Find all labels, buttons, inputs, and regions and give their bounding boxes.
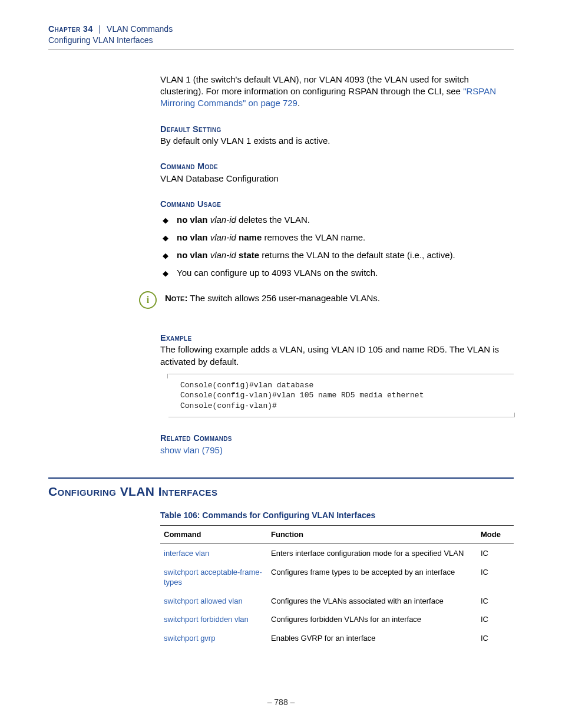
- cmd-func: Configures forbidden VLANs for an interf…: [267, 610, 477, 629]
- usage-bold: no vlan: [177, 250, 208, 260]
- cmd-link[interactable]: switchport acceptable-frame-types: [160, 563, 267, 592]
- chapter-label: Chapter 34: [48, 24, 93, 34]
- usage-plain: You can configure up to 4093 VLANs on th…: [177, 268, 378, 278]
- table-row: switchport allowed vlan Configures the V…: [160, 592, 514, 611]
- intro-text-after: .: [297, 98, 300, 108]
- related-heading: Related Commands: [160, 433, 514, 444]
- usage-rest: deletes the VLAN.: [236, 215, 310, 225]
- cmd-func: Configures frame types to be accepted by…: [267, 563, 477, 592]
- cmd-func: Configures the VLANs associated with an …: [267, 592, 477, 611]
- chapter-title: VLAN Commands: [107, 24, 173, 34]
- usage-rest: removes the VLAN name.: [262, 232, 365, 242]
- note-text: Note: The switch allows 256 user-managea…: [165, 292, 380, 304]
- intro-text-before: VLAN 1 (the switch's default VLAN), nor …: [160, 74, 469, 96]
- cmd-mode: IC: [477, 563, 514, 592]
- note-label: Note:: [165, 293, 187, 303]
- page-footer: – 788 –: [0, 697, 562, 708]
- example-block: Example The following example adds a VLA…: [160, 332, 514, 418]
- cmd-link[interactable]: switchport gvrp: [160, 629, 267, 648]
- command-usage-heading: Command Usage: [160, 199, 514, 210]
- cmd-func: Enables GVRP for an interface: [267, 629, 477, 648]
- cmd-func: Enters interface configuration mode for …: [267, 544, 477, 563]
- usage-item: You can configure up to 4093 VLANs on th…: [160, 267, 514, 279]
- command-mode-heading: Command Mode: [160, 161, 514, 173]
- example-heading: Example: [160, 332, 514, 344]
- intro-paragraph: VLAN 1 (the switch's default VLAN), nor …: [160, 74, 514, 110]
- header-subhead: Configuring VLAN Interfaces: [48, 35, 514, 46]
- cmd-mode: IC: [477, 629, 514, 648]
- related-link[interactable]: show vlan (795): [160, 444, 514, 456]
- col-function: Function: [267, 526, 477, 544]
- table-row: interface vlan Enters interface configur…: [160, 544, 514, 563]
- default-setting-block: Default Setting By default only VLAN 1 e…: [160, 124, 514, 147]
- usage-italic: vlan-id: [210, 250, 236, 260]
- example-text: The following example adds a VLAN, using…: [160, 344, 514, 368]
- col-mode: Mode: [477, 526, 514, 544]
- command-usage-block: Command Usage no vlan vlan-id deletes th…: [160, 199, 514, 279]
- cmd-mode: IC: [477, 592, 514, 611]
- pipe-separator: |: [99, 24, 101, 34]
- info-icon: i: [139, 291, 157, 309]
- usage-bold: no vlan: [177, 215, 208, 225]
- usage-item: no vlan vlan-id name removes the VLAN na…: [160, 232, 514, 243]
- usage-italic: vlan-id: [210, 232, 236, 242]
- cmd-link[interactable]: switchport forbidden vlan: [160, 610, 267, 629]
- cmd-link[interactable]: switchport allowed vlan: [160, 592, 267, 611]
- cmd-mode: IC: [477, 610, 514, 629]
- commands-table: Command Function Mode interface vlan Ent…: [160, 525, 514, 647]
- command-usage-list: no vlan vlan-id deletes the VLAN. no vla…: [160, 214, 514, 279]
- section-title: Configuring VLAN Interfaces: [48, 483, 514, 500]
- default-setting-text: By default only VLAN 1 exists and is act…: [160, 135, 514, 147]
- section-rule: [48, 477, 514, 479]
- usage-item: no vlan vlan-id deletes the VLAN.: [160, 214, 514, 226]
- note-block: i Note: The switch allows 256 user-manag…: [139, 292, 514, 309]
- header-rule: [48, 50, 514, 50]
- page-header: Chapter 34 | VLAN Commands Configuring V…: [48, 24, 514, 46]
- cmd-link[interactable]: interface vlan: [160, 544, 267, 563]
- table-block: Table 106: Commands for Configuring VLAN…: [160, 510, 514, 648]
- col-command: Command: [160, 526, 267, 544]
- usage-bold2: name: [239, 232, 262, 242]
- usage-bold: no vlan: [177, 232, 208, 242]
- usage-italic: vlan-id: [210, 215, 236, 225]
- chapter-line: Chapter 34 | VLAN Commands: [48, 24, 514, 35]
- related-commands-block: Related Commands show vlan (795): [160, 433, 514, 456]
- note-body: The switch allows 256 user-manageable VL…: [187, 293, 380, 303]
- page-number: – 788 –: [267, 697, 295, 707]
- table-row: switchport acceptable-frame-types Config…: [160, 563, 514, 592]
- usage-rest: returns the VLAN to the default state (i…: [259, 250, 455, 260]
- command-mode-block: Command Mode VLAN Database Configuration: [160, 161, 514, 185]
- table-row: switchport gvrp Enables GVRP for an inte…: [160, 629, 514, 648]
- table-row: switchport forbidden vlan Configures for…: [160, 610, 514, 629]
- table-title: Table 106: Commands for Configuring VLAN…: [160, 510, 514, 521]
- command-mode-text: VLAN Database Configuration: [160, 173, 514, 185]
- cmd-mode: IC: [477, 544, 514, 563]
- usage-bold2: state: [239, 250, 259, 260]
- usage-item: no vlan vlan-id state returns the VLAN t…: [160, 249, 514, 261]
- table-header-row: Command Function Mode: [160, 526, 514, 544]
- default-setting-heading: Default Setting: [160, 124, 514, 136]
- example-code: Console(config)#vlan database Console(co…: [168, 374, 514, 418]
